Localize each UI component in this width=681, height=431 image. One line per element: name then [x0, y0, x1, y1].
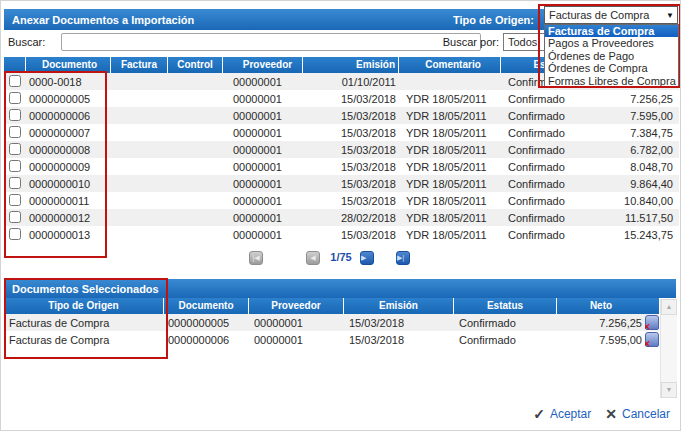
dropdown-option-pagos-proveedores[interactable]: Pagos a Proveedores [545, 37, 678, 49]
selected-documents-header-bar: Documentos Seleccionados [4, 279, 676, 298]
dropdown-option-formas-libres[interactable]: Formas Libres de Compra [545, 75, 678, 87]
cell-estatus: Confirmado [501, 127, 596, 139]
col-emision: Emisión [303, 57, 399, 73]
table-row: 0000000009 00000001 15/03/2018 YDR 18/05… [4, 158, 679, 175]
dropdown-option-facturas-compra[interactable]: Facturas de Compra [545, 25, 678, 37]
col-factura: Factura [111, 57, 168, 73]
scroll-down-icon[interactable]: ▼ [661, 382, 677, 398]
cell-emision: 15/03/2018 [303, 93, 399, 105]
cell-proveedor: 00000001 [223, 93, 303, 105]
prev-page-button[interactable]: ◀ [306, 251, 320, 265]
origin-type-label: Tipo de Origen: [453, 9, 534, 30]
cell-documento: 0000000009 [26, 161, 111, 173]
row-checkbox[interactable] [9, 143, 21, 155]
cancel-button[interactable]: ✕ Cancelar [605, 406, 670, 422]
first-page-button[interactable]: |◀ [249, 251, 263, 265]
cell-proveedor: 00000001 [223, 144, 303, 156]
search-by-label: Buscar por: [436, 36, 499, 48]
cell-documento: 0000000006 [164, 334, 249, 346]
search-label: Buscar: [8, 36, 45, 48]
cell-estatus: Confirmado [501, 110, 596, 122]
cell-proveedor: 00000001 [223, 195, 303, 207]
col-proveedor: Proveedor [249, 298, 344, 314]
cell-estatus: Confirmado [501, 212, 596, 224]
cell-emision: 15/03/2018 [303, 161, 399, 173]
search-input[interactable] [61, 33, 481, 51]
cell-documento: 0000000005 [26, 93, 111, 105]
cell-comentario: YDR 18/05/2011 [399, 212, 501, 224]
cell-neto: 7.384,75 [596, 127, 679, 139]
cell-emision: 15/03/2018 [303, 195, 399, 207]
cell-proveedor: 00000001 [223, 212, 303, 224]
row-checkbox[interactable] [9, 75, 21, 87]
remove-document-icon[interactable]: ✕ [645, 332, 659, 347]
cell-neto: 7.256,25 [557, 317, 645, 329]
dropdown-option-ordenes-compra[interactable]: Órdenes de Compra [545, 62, 678, 74]
row-checkbox[interactable] [9, 177, 21, 189]
cell-comentario: YDR 18/05/2011 [399, 178, 501, 190]
cell-neto: 7.595,00 [596, 110, 679, 122]
table-row: 0000000008 00000001 15/03/2018 YDR 18/05… [4, 141, 679, 158]
cell-proveedor: 00000001 [223, 127, 303, 139]
cell-comentario: YDR 18/05/2011 [399, 195, 501, 207]
col-emision: Emisión [344, 298, 454, 314]
cell-neto: 11.517,50 [596, 212, 679, 224]
row-checkbox[interactable] [9, 109, 21, 121]
cell-proveedor: 00000001 [223, 229, 303, 241]
cell-proveedor: 00000001 [223, 76, 303, 88]
row-checkbox[interactable] [9, 126, 21, 138]
table-row: 0000000010 00000001 15/03/2018 YDR 18/05… [4, 175, 679, 192]
row-checkbox[interactable] [9, 228, 21, 240]
col-proveedor: Proveedor [223, 57, 303, 73]
col-documento: Documento [164, 298, 249, 314]
cell-documento: 0000-0018 [26, 76, 111, 88]
cell-documento: 0000000005 [164, 317, 249, 329]
remove-document-icon[interactable]: ✕ [645, 315, 659, 330]
cell-proveedor: 00000001 [223, 110, 303, 122]
selected-row: Facturas de Compra 0000000006 00000001 1… [4, 331, 659, 348]
cell-proveedor: 00000001 [223, 178, 303, 190]
cell-emision: 15/03/2018 [303, 110, 399, 122]
table-row: 0000000006 00000001 15/03/2018 YDR 18/05… [4, 107, 679, 124]
row-checkbox[interactable] [9, 160, 21, 172]
selected-documents-table: Tipo de Origen Documento Proveedor Emisi… [4, 298, 659, 398]
cell-emision: 15/03/2018 [303, 229, 399, 241]
col-tipo-origen: Tipo de Origen [4, 298, 164, 314]
next-page-button[interactable]: ▶ [360, 251, 374, 265]
col-estatus: Estatus [454, 298, 557, 314]
cell-comentario: YDR 18/05/2011 [399, 229, 501, 241]
anexar-documentos-window: Anexar Documentos a Importación Tipo de … [0, 0, 681, 431]
origin-selected-value: Facturas de Compra [545, 9, 663, 21]
dropdown-option-ordenes-pago[interactable]: Órdenes de Pago [545, 50, 678, 62]
cell-proveedor: 00000001 [223, 161, 303, 173]
cell-emision: 15/03/2018 [303, 144, 399, 156]
table-row: 0000000012 00000001 28/02/2018 YDR 18/05… [4, 209, 679, 226]
cell-comentario: YDR 18/05/2011 [399, 93, 501, 105]
col-documento: Documento [26, 57, 111, 73]
cell-estatus: Confirmado [501, 93, 596, 105]
cell-tipo-origen: Facturas de Compra [4, 334, 164, 346]
row-checkbox[interactable] [9, 92, 21, 104]
col-comentario: Comentario [399, 57, 501, 73]
table-row: 0000000007 00000001 15/03/2018 YDR 18/05… [4, 124, 679, 141]
cell-emision: 01/10/2011 [303, 76, 399, 88]
cell-estatus: Confirmado [454, 334, 557, 346]
cell-neto: 10.840,00 [596, 195, 679, 207]
check-icon: ✓ [533, 406, 545, 422]
origin-select[interactable]: Facturas de Compra ▼ [544, 6, 678, 24]
row-checkbox[interactable] [9, 211, 21, 223]
col-control: Control [168, 57, 223, 73]
cell-emision: 15/03/2018 [303, 127, 399, 139]
cell-documento: 0000000006 [26, 110, 111, 122]
accept-button[interactable]: ✓ Aceptar [533, 406, 591, 422]
selected-table-scrollbar[interactable]: ▲ ▼ [660, 299, 677, 398]
row-checkbox[interactable] [9, 194, 21, 206]
cell-comentario: YDR 18/05/2011 [399, 127, 501, 139]
x-icon: ✕ [605, 406, 617, 422]
scroll-up-icon[interactable]: ▲ [661, 299, 677, 315]
selected-documents-title: Documentos Seleccionados [4, 283, 159, 295]
last-page-button[interactable]: ▶| [396, 251, 410, 265]
cell-estatus: Confirmado [454, 317, 557, 329]
cell-documento: 0000000010 [26, 178, 111, 190]
cell-neto: 15.243,75 [596, 229, 679, 241]
